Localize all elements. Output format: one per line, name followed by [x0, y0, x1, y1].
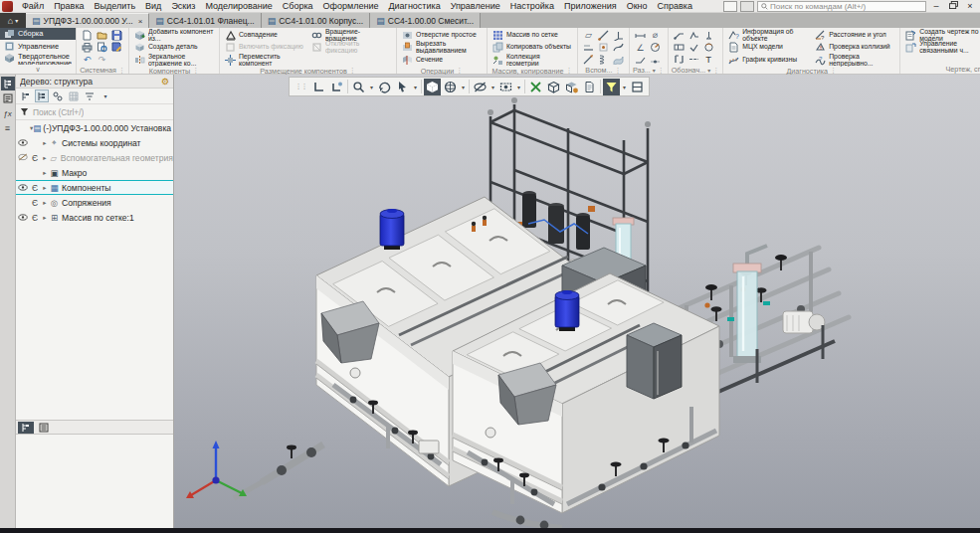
print-icon[interactable]	[80, 41, 95, 53]
geometry-collection-button[interactable]: Коллекция геометрии	[490, 54, 574, 67]
menu-file[interactable]: Файл	[17, 0, 49, 13]
continuity-check-button[interactable]: ?Проверка непрерывно...	[813, 54, 896, 67]
zoom-caret[interactable]: ▾	[368, 84, 375, 90]
pointer-icon[interactable]	[394, 79, 411, 95]
home-button[interactable]: ⌂▾	[0, 13, 26, 28]
collision-check-button[interactable]: Проверка коллизий	[813, 42, 896, 55]
create-part-button[interactable]: Создать деталь	[132, 42, 216, 55]
screen-mode-icon[interactable]	[740, 1, 754, 12]
undo-icon[interactable]: ↶	[80, 54, 95, 66]
grid-view-icon[interactable]	[67, 89, 81, 102]
chamfer-dim-icon[interactable]	[633, 54, 648, 66]
mode-management[interactable]: Управление	[0, 40, 76, 52]
rotation-rotation-button[interactable]: Вращение-вращение	[309, 29, 393, 42]
tree-toolbar-caret[interactable]: ▾	[98, 89, 112, 102]
object-info-button[interactable]: ?Информация об объекте	[726, 29, 810, 42]
hide-components-caret[interactable]: ▾	[515, 84, 522, 90]
thread-icon[interactable]	[701, 41, 716, 53]
excluded-icon[interactable]: Є	[29, 153, 41, 163]
center-line-icon[interactable]	[686, 54, 701, 66]
tree-item-grid-array[interactable]: Є ▸ ⊞ Массив по сетке:1	[16, 210, 173, 225]
mode-solid-modeling[interactable]: Твердотельное моделирование	[0, 53, 76, 65]
menu-help[interactable]: Справка	[653, 0, 697, 13]
plane-icon[interactable]: ▱	[581, 29, 596, 41]
surface-icon[interactable]	[611, 54, 626, 66]
distance-angle-button[interactable]: ?Расстояние и угол	[813, 29, 896, 42]
structure-view-icon[interactable]	[19, 89, 33, 102]
tree-item-macro[interactable]: ▸ ▣ Макро	[16, 165, 173, 180]
manage-linked-drawings-button[interactable]: Управление связанными ч...	[903, 42, 980, 55]
rotate-icon[interactable]	[376, 79, 393, 95]
menu-management[interactable]: Управление	[446, 0, 505, 13]
section-button[interactable]: Сечение	[400, 54, 484, 67]
text-icon[interactable]: Т	[701, 54, 716, 66]
zoom-icon[interactable]	[350, 79, 367, 95]
menu-settings[interactable]: Настройка	[505, 0, 559, 13]
eye-icon[interactable]	[16, 183, 29, 193]
display-variants-icon[interactable]	[563, 79, 580, 95]
gear-icon[interactable]: ⚙	[161, 77, 169, 87]
clip-detail-icon[interactable]	[629, 79, 646, 95]
list-panel-tab[interactable]: ≡	[1, 121, 15, 135]
viewport-3d[interactable]: ⋮⋮ ▾ ▾ ▾ ▾ ▾ ▾	[174, 75, 980, 528]
simple-hole-button[interactable]: Отверстие простое	[400, 29, 484, 42]
mark-icon[interactable]	[686, 41, 701, 53]
local-cs-icon[interactable]	[611, 29, 626, 41]
structure-tab-icon[interactable]	[18, 422, 34, 434]
cut-extrude-button[interactable]: Вырезать выдавливанием	[400, 42, 484, 55]
section-display-icon[interactable]	[527, 79, 544, 95]
menu-layout[interactable]: Оформление	[318, 0, 384, 13]
report-icon[interactable]	[581, 79, 598, 95]
menu-applications[interactable]: Приложения	[559, 0, 622, 13]
linear-dim-icon[interactable]	[633, 29, 648, 41]
mirror-component-button[interactable]: Зеркальное отражение ко...	[132, 54, 216, 67]
menu-window[interactable]: Окно	[622, 0, 653, 13]
move-component-button[interactable]: Переместить компонент	[223, 54, 306, 67]
app-logo-icon[interactable]	[2, 1, 13, 12]
disable-fixation-button[interactable]: Отключить фиксацию	[309, 42, 393, 55]
curvature-graph-button[interactable]: График кривизны	[726, 54, 810, 67]
copy-objects-button[interactable]: Копировать объекты	[490, 42, 574, 55]
print-preview-icon[interactable]	[95, 41, 109, 53]
angle-dim-icon[interactable]: ∠	[633, 41, 648, 53]
helix-icon[interactable]	[596, 54, 611, 66]
tolerance-icon[interactable]	[672, 41, 686, 53]
grid-array-button[interactable]: Массив по сетке	[490, 29, 574, 42]
sketch-icon[interactable]	[581, 54, 596, 66]
ribbon-collapse-chevron[interactable]: ∨	[0, 65, 76, 74]
tree-panel-tab[interactable]	[1, 77, 15, 90]
mass-properties-button[interactable]: МЦХ модели	[726, 42, 810, 55]
excluded-icon[interactable]: Є	[29, 198, 41, 208]
parameters-panel-tab[interactable]	[1, 91, 15, 105]
tab-updfz-assembly[interactable]: ▤ УПДФЗ-1.00.00.000 У... ×	[26, 13, 149, 28]
tab-cc4-body[interactable]: ▤ СС4-1.01.00 Корпус...	[262, 13, 371, 28]
leader-icon[interactable]	[672, 29, 686, 41]
filter-icon[interactable]	[603, 79, 620, 95]
normal-to-icon[interactable]	[310, 79, 327, 95]
hide-objects-caret[interactable]: ▾	[490, 84, 496, 90]
menu-sketch[interactable]: Эскиз	[166, 0, 200, 13]
tab-cc4-flange[interactable]: ▤ СС4-1.01.01 Фланец...	[149, 13, 261, 28]
excluded-icon[interactable]: Є	[29, 183, 41, 193]
menu-modeling[interactable]: Моделирование	[200, 0, 277, 13]
control-cabinet-front[interactable]	[627, 323, 682, 399]
tab-cc4-mixer[interactable]: ▤ СС4-1.00.00 Смесит...	[370, 13, 481, 28]
fx-panel-tab[interactable]: ƒx	[1, 106, 15, 120]
menu-diagnostics[interactable]: Диагностика	[383, 0, 445, 13]
new-document-icon[interactable]	[80, 29, 95, 41]
enable-fixation-button[interactable]: Включить фиксацию	[223, 42, 306, 55]
open-document-icon[interactable]	[95, 29, 109, 41]
radial-dim-icon[interactable]	[648, 41, 663, 53]
restore-button[interactable]	[946, 0, 960, 13]
excluded-icon[interactable]: Є	[29, 213, 41, 223]
coincidence-button[interactable]: Совпадение	[223, 29, 306, 42]
eye-icon[interactable]	[16, 138, 29, 148]
menu-view[interactable]: Вид	[140, 0, 166, 13]
node-dim-icon[interactable]	[648, 54, 663, 66]
eye-icon[interactable]	[16, 213, 29, 223]
tree-item-coordinate-systems[interactable]: ▸ ⌖ Системы координат	[16, 135, 173, 150]
point-icon[interactable]	[596, 41, 611, 53]
shaded-cube-icon[interactable]	[424, 79, 441, 95]
hide-objects-icon[interactable]	[472, 79, 489, 95]
minimize-button[interactable]: –	[929, 0, 943, 13]
